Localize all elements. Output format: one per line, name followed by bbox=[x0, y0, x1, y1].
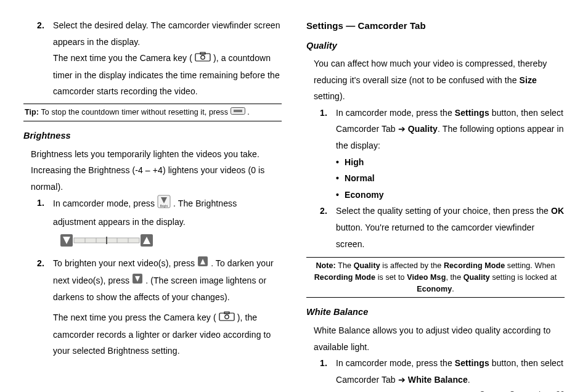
text: , the bbox=[446, 273, 463, 282]
two-column-layout: 2. Select the desired delay. The camcord… bbox=[23, 17, 565, 388]
subsection-heading-quality: Quality bbox=[306, 38, 565, 55]
list-item: 1. In camcorder mode, press the Settings… bbox=[320, 105, 565, 154]
brightness-button-icon: Bright bbox=[157, 195, 171, 214]
text: . bbox=[468, 375, 470, 385]
brighten-icon bbox=[197, 256, 208, 272]
text: The next time you the Camera key ( bbox=[53, 53, 192, 63]
brightness-slider-icon bbox=[60, 233, 282, 253]
subsection-heading-brightness: Brightness bbox=[23, 128, 282, 145]
text: You can affect how much your video is co… bbox=[314, 59, 547, 85]
text: In camcorder mode, press the bbox=[336, 108, 455, 118]
step-body: Select the quality setting of your choic… bbox=[336, 203, 565, 252]
section-heading-settings: Settings — Camcorder Tab bbox=[306, 17, 565, 35]
step-number: 1. bbox=[37, 195, 53, 230]
right-column: Settings — Camcorder Tab Quality You can… bbox=[306, 17, 565, 388]
manual-page: 2. Select the desired delay. The camcord… bbox=[0, 0, 588, 392]
text: To brighten your next video(s), press bbox=[53, 258, 197, 268]
text: button. You're returned to the camcorder… bbox=[336, 223, 534, 249]
left-column: 2. Select the desired delay. The camcord… bbox=[23, 17, 282, 388]
text: In camcorder mode, press bbox=[53, 198, 157, 208]
step-body: In camcorder mode, press Bright . The Br… bbox=[53, 195, 282, 230]
text: setting). bbox=[314, 91, 345, 101]
bold: Recording Mode bbox=[444, 261, 505, 270]
bold: Quality bbox=[354, 261, 380, 270]
step-number: 2. bbox=[320, 203, 336, 252]
bold: Settings bbox=[455, 108, 489, 118]
bold: Quality bbox=[463, 273, 490, 282]
paragraph: Brightness lets you temporarily lighten … bbox=[31, 146, 282, 195]
list-item: •Normal bbox=[336, 170, 565, 187]
bold: Settings bbox=[455, 358, 489, 368]
darken-icon bbox=[132, 273, 143, 290]
option-economy: Economy bbox=[345, 187, 384, 203]
step-number: 2. bbox=[37, 17, 53, 50]
bullet: • bbox=[336, 154, 345, 171]
step-body: In camcorder mode, press the Settings bu… bbox=[336, 355, 565, 388]
svg-rect-17 bbox=[219, 313, 234, 321]
camera-key-icon bbox=[219, 310, 235, 327]
option-normal: Normal bbox=[345, 170, 375, 187]
bullet: • bbox=[336, 187, 345, 203]
note-label: Note: bbox=[316, 261, 335, 270]
text: is set to bbox=[375, 273, 407, 282]
text: setting. When bbox=[505, 261, 555, 270]
note-box: Note: The Quality is affected by the Rec… bbox=[306, 257, 565, 298]
step-number: 1. bbox=[320, 105, 336, 154]
bold: Recording Mode bbox=[314, 273, 375, 282]
bullet-list: •High •Normal •Economy bbox=[336, 154, 565, 203]
option-high: High bbox=[345, 154, 364, 171]
tip-text: . bbox=[247, 108, 250, 116]
camera-key-icon bbox=[195, 51, 211, 67]
bold: White Balance bbox=[408, 375, 468, 385]
tip-box: Tip: To stop the countdown timer without… bbox=[23, 104, 282, 121]
text: In camcorder mode, press the bbox=[336, 358, 455, 368]
list-item: 2. To brighten your next video(s), press… bbox=[37, 255, 282, 359]
paragraph: White Balance allows you to adjust video… bbox=[314, 322, 565, 355]
text: Select the quality setting of your choic… bbox=[336, 206, 551, 216]
paragraph: You can affect how much your video is co… bbox=[314, 55, 565, 105]
step-body: To brighten your next video(s), press . … bbox=[53, 255, 282, 359]
list-item: 2. Select the desired delay. The camcord… bbox=[37, 17, 282, 50]
tip-text: To stop the countdown timer without rese… bbox=[41, 108, 230, 116]
list-item: •High bbox=[336, 154, 565, 171]
list-item: 1. In camcorder mode, press the Settings… bbox=[320, 355, 565, 388]
step-number: 1. bbox=[320, 355, 336, 388]
step-continuation: The next time you the Camera key ( ), a … bbox=[53, 50, 282, 100]
step-number: 2. bbox=[37, 255, 53, 359]
tip-label: Tip: bbox=[25, 108, 39, 116]
svg-point-2 bbox=[201, 55, 205, 59]
text: . bbox=[452, 285, 454, 293]
list-item: •Economy bbox=[336, 187, 565, 203]
text: setting is locked at bbox=[490, 273, 557, 282]
subsection-heading-white-balance: White Balance bbox=[306, 304, 565, 321]
list-item: 1. In camcorder mode, press Bright . The… bbox=[37, 195, 282, 230]
text: is affected by the bbox=[380, 261, 444, 270]
bold: Quality bbox=[408, 124, 438, 134]
list-item: 2. Select the quality setting of your ch… bbox=[320, 203, 565, 252]
svg-rect-0 bbox=[195, 54, 210, 61]
bold: Economy bbox=[417, 285, 452, 293]
step-body: In camcorder mode, press the Settings bu… bbox=[336, 105, 565, 154]
svg-rect-4 bbox=[234, 110, 242, 112]
svg-text:Bright: Bright bbox=[160, 205, 168, 208]
bold: OK bbox=[551, 206, 564, 216]
bullet: • bbox=[336, 170, 345, 187]
bold: Video Msg bbox=[407, 273, 446, 282]
text: The bbox=[336, 261, 354, 270]
text: The next time you press the Camera key ( bbox=[53, 312, 216, 322]
svg-point-19 bbox=[224, 315, 228, 319]
key-icon bbox=[231, 107, 245, 118]
step-body: Select the desired delay. The camcorder … bbox=[53, 17, 282, 50]
bold: Size bbox=[520, 75, 537, 85]
text: Select the desired delay. The camcorder … bbox=[53, 20, 280, 47]
page-footer: Camera-Camcorder 90 bbox=[23, 388, 565, 392]
